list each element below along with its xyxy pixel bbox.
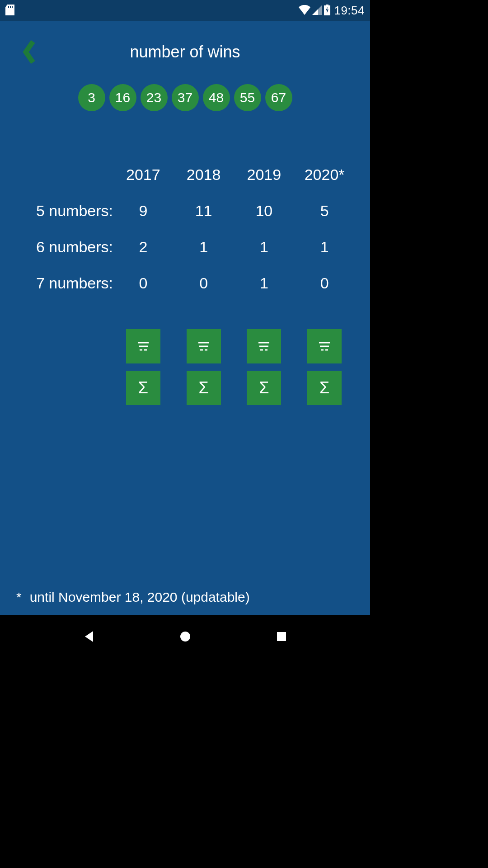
- ball-4: 48: [203, 84, 230, 111]
- battery-charging-icon: [324, 5, 330, 17]
- number-balls: 3 16 23 37 48 55 67: [0, 84, 370, 111]
- wifi-icon: [299, 5, 310, 17]
- cell: 11: [174, 202, 234, 220]
- year-3: 2020*: [294, 166, 355, 184]
- app-content: number of wins 3 16 23 37 48 55 67 2017 …: [0, 21, 370, 615]
- details-button-2019[interactable]: [247, 329, 281, 363]
- sum-button-row: Σ Σ Σ Σ: [15, 371, 355, 405]
- sum-button-2018[interactable]: Σ: [187, 371, 221, 405]
- details-button-row: [15, 329, 355, 363]
- footnote-mark: *: [16, 590, 22, 605]
- row-6-numbers: 6 numbers: 2 1 1 1: [15, 229, 355, 265]
- row-label: 5 numbers:: [15, 202, 113, 220]
- cell: 1: [234, 238, 295, 256]
- ball-5: 55: [234, 84, 261, 111]
- cell: 1: [294, 238, 355, 256]
- cell: 2: [113, 238, 174, 256]
- svg-rect-17: [277, 632, 286, 641]
- sum-button-2020[interactable]: Σ: [307, 371, 342, 405]
- row-label: 7 numbers:: [15, 274, 113, 292]
- svg-point-16: [180, 632, 190, 642]
- page-title: number of wins: [130, 42, 240, 61]
- back-button[interactable]: [20, 38, 38, 66]
- row-7-numbers: 7 numbers: 0 0 1 0: [15, 265, 355, 301]
- cell: 0: [113, 274, 174, 292]
- year-2: 2019: [234, 166, 295, 184]
- status-clock: 19:54: [334, 4, 365, 18]
- row-label: 6 numbers:: [15, 238, 113, 256]
- ball-1: 16: [109, 84, 136, 111]
- nav-back-button[interactable]: [75, 623, 103, 650]
- year-header-row: 2017 2018 2019 2020*: [15, 156, 355, 193]
- row-5-numbers: 5 numbers: 9 11 10 5: [15, 193, 355, 229]
- cell: 1: [234, 274, 295, 292]
- wins-table: 2017 2018 2019 2020* 5 numbers: 9 11 10 …: [0, 156, 370, 405]
- cell: 0: [294, 274, 355, 292]
- nav-home-button[interactable]: [172, 623, 199, 650]
- status-bar: 19:54: [0, 0, 370, 21]
- cell: 5: [294, 202, 355, 220]
- year-1: 2018: [174, 166, 234, 184]
- ball-3: 37: [172, 84, 199, 111]
- sd-card-icon: [5, 5, 14, 17]
- footnote-text: until November 18, 2020 (updatable): [30, 590, 250, 605]
- ball-2: 23: [141, 84, 168, 111]
- details-button-2017[interactable]: [126, 329, 160, 363]
- cell: 9: [113, 202, 174, 220]
- cell: 1: [174, 238, 234, 256]
- year-0: 2017: [113, 166, 174, 184]
- navigation-bar: [0, 615, 370, 658]
- ball-0: 3: [78, 84, 105, 111]
- cell: 10: [234, 202, 295, 220]
- details-button-2020[interactable]: [307, 329, 342, 363]
- sum-button-2017[interactable]: Σ: [126, 371, 160, 405]
- details-button-2018[interactable]: [187, 329, 221, 363]
- ball-6: 67: [265, 84, 292, 111]
- header: number of wins: [0, 21, 370, 82]
- cell-signal-icon: [312, 5, 322, 17]
- cell: 0: [174, 274, 234, 292]
- sum-button-2019[interactable]: Σ: [247, 371, 281, 405]
- footnote: * until November 18, 2020 (updatable): [16, 590, 250, 605]
- nav-recent-button[interactable]: [268, 623, 295, 650]
